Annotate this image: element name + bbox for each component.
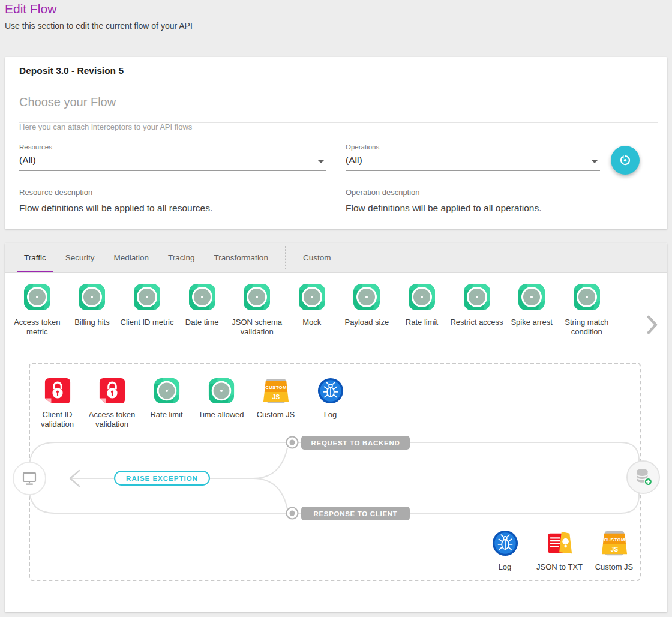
page-subtitle: Use this section to edit the current flo… (5, 21, 193, 31)
operations-label: Operations (346, 143, 600, 151)
palette-item-date-time[interactable]: Date time (175, 283, 230, 355)
tab-security[interactable]: Security (56, 243, 104, 272)
choose-flow-hint: Here you can attach interceptors to your… (19, 122, 192, 131)
palette-item-billing-hits[interactable]: Billing hits (65, 283, 120, 355)
palette-item-restrict-access[interactable]: Restrict access (449, 283, 505, 355)
request-interceptor-time-allowed[interactable]: Time allowed (194, 377, 248, 430)
request-interceptor-log[interactable]: Log (303, 377, 358, 430)
tab-traffic[interactable]: Traffic (14, 243, 56, 272)
palette-item-string-match-condition[interactable]: String match condition (559, 283, 614, 355)
request-interceptor-rate-limit[interactable]: Rate limit (139, 377, 194, 430)
operation-description-text: Flow definitions will be applied to all … (346, 203, 542, 214)
response-interceptors-row: Log JSON to TXT Custom JS (478, 529, 641, 572)
gauge-icon (463, 283, 491, 312)
resource-description-label: Resource description (19, 188, 92, 197)
api-revision-title: Deposit 3.0 - Revision 5 (19, 65, 124, 76)
response-interceptor-json-to-txt[interactable]: JSON to TXT (532, 529, 587, 572)
request-interceptor-client-id-validation[interactable]: Client ID validation (30, 377, 85, 430)
raise-exception-label: RAISE EXCEPTION (114, 471, 210, 486)
request-to-backend-label: REQUEST TO BACKEND (301, 436, 410, 450)
lock-icon (98, 377, 126, 405)
tab-mediation[interactable]: Mediation (104, 243, 159, 272)
client-endpoint (13, 462, 46, 495)
gauge-icon (572, 283, 601, 312)
palette-item-payload-size[interactable]: Payload size (340, 283, 395, 355)
response-to-client-label: RESPONSE TO CLIENT (301, 507, 410, 520)
page-title: Edit Flow (5, 2, 56, 16)
chevron-down-icon (592, 160, 598, 163)
gauge-icon (23, 283, 52, 312)
bug-icon (491, 529, 519, 557)
flow-editor-card: Traffic Security Mediation Tracing Trans… (5, 243, 667, 612)
chevron-down-icon (318, 160, 324, 163)
interceptor-palette: Access token metric Billing hits Client … (5, 273, 667, 355)
gauge-icon (77, 283, 106, 312)
flow-selection-card: Deposit 3.0 - Revision 5 Choose your Flo… (5, 57, 667, 229)
palette-scroll-right-button[interactable] (644, 315, 660, 334)
palette-item-client-id-metric[interactable]: Client ID metric (119, 283, 175, 355)
customjs-icon (262, 377, 290, 405)
tab-transformation[interactable]: Transformation (205, 243, 278, 272)
backend-endpoint-add[interactable] (626, 460, 660, 494)
response-interceptor-log[interactable]: Log (478, 529, 532, 572)
history-icon (618, 153, 632, 167)
lock-icon (44, 377, 71, 405)
resources-value: (All) (19, 155, 326, 166)
refresh-flow-button[interactable] (611, 146, 640, 175)
gauge-icon (208, 377, 235, 405)
resources-label: Resources (19, 143, 326, 151)
tab-custom[interactable]: Custom (293, 243, 341, 272)
gauge-icon (133, 283, 161, 312)
palette-item-access-token-metric[interactable]: Access token metric (10, 283, 65, 355)
bug-icon (317, 377, 344, 405)
customjs-icon (601, 529, 628, 557)
choose-flow-heading: Choose your Flow (19, 95, 116, 109)
gauge-icon (407, 283, 436, 312)
operations-select[interactable]: Operations (All) (346, 143, 600, 171)
request-interceptor-custom-js[interactable]: Custom JS (248, 377, 303, 430)
operations-value: (All) (346, 155, 600, 166)
palette-item-mock[interactable]: Mock (284, 283, 340, 355)
resource-description-text: Flow definitions will be applied to all … (19, 203, 212, 214)
gauge-icon (517, 283, 546, 312)
gauge-icon (352, 283, 381, 312)
interceptor-tabs: Traffic Security Mediation Tracing Trans… (5, 243, 667, 273)
chevron-right-icon (644, 315, 660, 334)
palette-item-json-schema-validation[interactable]: JSON schema validation (229, 283, 284, 355)
monitor-icon (17, 466, 41, 490)
flow-canvas: Client ID validation Access token valida… (5, 355, 667, 612)
gauge-icon (242, 283, 271, 312)
gauge-icon (298, 283, 326, 312)
request-interceptors-row: Client ID validation Access token valida… (30, 377, 358, 430)
jsontotxt-icon (546, 529, 574, 557)
response-interceptor-custom-js[interactable]: Custom JS (587, 529, 641, 572)
operation-description-label: Operation description (346, 188, 420, 197)
request-interceptor-access-token-validation[interactable]: Access token validation (85, 377, 139, 430)
palette-item-spike-arrest[interactable]: Spike arrest (504, 283, 559, 355)
palette-item-rate-limit[interactable]: Rate limit (394, 283, 449, 355)
resources-select[interactable]: Resources (All) (19, 143, 326, 171)
tab-tracing[interactable]: Tracing (158, 243, 205, 272)
gauge-icon (188, 283, 217, 312)
database-add-icon (631, 465, 655, 489)
gauge-icon (153, 377, 181, 405)
